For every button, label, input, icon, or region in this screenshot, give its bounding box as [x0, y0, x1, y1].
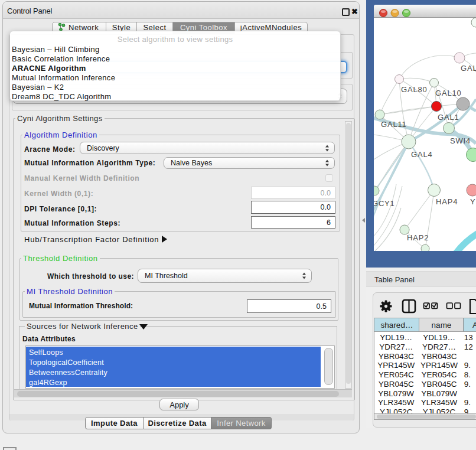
svg-text:GAL4: GAL4	[411, 150, 432, 159]
svg-text:GAL10: GAL10	[435, 89, 461, 97]
svg-text:GAL: GAL	[461, 64, 476, 73]
svg-text:Y: Y	[470, 197, 475, 206]
svg-text:GAL11: GAL11	[381, 120, 407, 129]
svg-text:GAL80: GAL80	[401, 85, 427, 94]
svg-text:SWI4: SWI4	[450, 136, 471, 145]
svg-text:HAP2: HAP2	[407, 233, 429, 242]
svg-text:GCY1: GCY1	[374, 199, 395, 208]
svg-text:HAP4: HAP4	[436, 197, 458, 206]
svg-text:GAL1: GAL1	[438, 113, 459, 122]
